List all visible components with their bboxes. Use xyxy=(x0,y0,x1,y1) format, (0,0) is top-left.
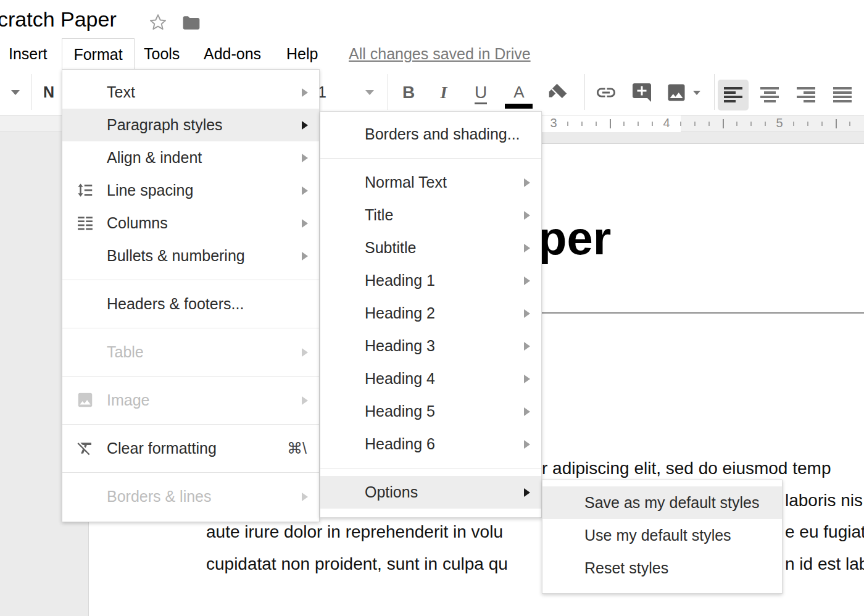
body-text-line: cupidatat non proident, sunt in culpa qu xyxy=(206,554,508,575)
italic-button[interactable]: I xyxy=(433,69,454,115)
menu-item-label: Subtitle xyxy=(365,239,416,257)
document-title-text: per xyxy=(538,211,611,265)
title-bar: cratch Paper xyxy=(0,0,864,38)
menu-separator xyxy=(62,376,319,377)
body-text-line: e eu fugiat xyxy=(785,522,864,543)
star-outline-icon[interactable] xyxy=(148,12,168,32)
toolbar-separator xyxy=(714,74,715,110)
menu-item-label: Save as my default styles xyxy=(584,494,759,512)
menu-separator xyxy=(62,472,319,473)
insert-image-caret-icon[interactable] xyxy=(693,91,700,95)
menu-item-label: Heading 5 xyxy=(365,402,435,420)
menu-item-use-my-default-styles[interactable]: Use my default styles xyxy=(542,519,782,552)
menu-insert[interactable]: Insert xyxy=(9,38,48,69)
menu-format[interactable]: Format xyxy=(62,38,135,70)
ruler-tick xyxy=(638,122,639,126)
menu-item-label: Normal Text xyxy=(365,173,447,191)
paragraph-style-selector[interactable]: N xyxy=(38,69,59,115)
submenu-arrow-icon xyxy=(524,407,530,416)
menu-item-save-as-my-default-styles[interactable]: Save as my default styles xyxy=(542,486,782,519)
submenu-arrow-icon xyxy=(524,440,530,449)
submenu-arrow-icon xyxy=(524,211,530,220)
submenu-arrow-icon xyxy=(524,375,530,383)
google-docs-app: per r adipiscing elit, sed do eiusmod te… xyxy=(0,0,864,616)
paint-format-icon[interactable] xyxy=(547,81,569,104)
menu-item-align-indent[interactable]: Align & indent xyxy=(62,141,319,174)
underline-button[interactable]: U xyxy=(470,69,491,115)
ruler-tick xyxy=(765,122,766,126)
save-status-link[interactable]: All changes saved in Drive xyxy=(349,38,531,69)
menu-help[interactable]: Help xyxy=(286,38,318,69)
menu-item-label: Clear formatting xyxy=(107,439,217,457)
add-comment-icon[interactable] xyxy=(631,81,653,104)
submenu-arrow-icon xyxy=(302,121,308,130)
menu-separator xyxy=(320,468,541,468)
menu-item-subtitle[interactable]: Subtitle xyxy=(320,231,541,264)
submenu-arrow-icon xyxy=(524,277,530,285)
menu-item-label: Bullets & numbering xyxy=(107,247,245,265)
align-center-button[interactable] xyxy=(754,80,785,110)
menu-item-borders-and-shading[interactable]: Borders and shading... xyxy=(320,118,541,151)
document-name[interactable]: cratch Paper xyxy=(0,7,117,31)
align-right-button[interactable] xyxy=(791,80,821,110)
menu-item-normal-text[interactable]: Normal Text xyxy=(320,166,541,199)
menu-item-columns[interactable]: Columns xyxy=(62,207,319,239)
align-justify-button[interactable] xyxy=(827,80,858,110)
ruler-tick xyxy=(581,122,583,126)
menu-item-heading-4[interactable]: Heading 4 xyxy=(320,362,541,395)
menu-item-label: Heading 1 xyxy=(365,272,435,289)
align-left-button[interactable] xyxy=(718,80,749,110)
submenu-arrow-icon xyxy=(302,252,308,260)
menu-item-text[interactable]: Text xyxy=(62,76,319,109)
submenu-arrow-icon xyxy=(302,219,308,228)
bold-button[interactable]: B xyxy=(398,69,419,115)
toolbar-overflow-caret-icon[interactable] xyxy=(11,90,20,95)
menu-item-heading-5[interactable]: Heading 5 xyxy=(320,395,541,428)
ruler-tick xyxy=(836,119,837,128)
menu-item-title[interactable]: Title xyxy=(320,199,541,231)
menu-item-clear-formatting[interactable]: Clear formatting⌘\ xyxy=(62,432,319,465)
menu-item-line-spacing[interactable]: Line spacing xyxy=(62,174,319,207)
submenu-arrow-icon xyxy=(524,342,530,351)
submenu-arrow-icon xyxy=(302,186,308,195)
insert-link-icon[interactable] xyxy=(595,81,617,104)
menu-item-label: Columns xyxy=(107,214,168,232)
menu-item-headers-footers[interactable]: Headers & footers... xyxy=(62,288,319,320)
font-size-caret-icon[interactable] xyxy=(365,90,374,95)
menu-item-paragraph-styles[interactable]: Paragraph styles xyxy=(62,109,319,141)
ruler-tick xyxy=(750,122,752,126)
menu-item-options[interactable]: Options xyxy=(320,476,541,509)
menu-item-heading-3[interactable]: Heading 3 xyxy=(320,330,541,362)
submenu-arrow-icon xyxy=(302,348,308,357)
menu-tools[interactable]: Tools xyxy=(144,38,180,69)
menu-item-table: Table xyxy=(62,336,319,368)
menu-item-heading-1[interactable]: Heading 1 xyxy=(320,264,541,297)
menu-item-label: Paragraph styles xyxy=(107,116,223,134)
ruler-tick xyxy=(623,122,625,126)
menu-item-bullets-numbering[interactable]: Bullets & numbering xyxy=(62,239,319,272)
ruler-tick xyxy=(793,122,794,126)
ruler-tick xyxy=(694,122,696,126)
submenu-arrow-icon xyxy=(302,154,308,162)
keyboard-shortcut: ⌘\ xyxy=(287,439,307,457)
menu-item-label: Heading 6 xyxy=(365,435,435,453)
menu-item-heading-2[interactable]: Heading 2 xyxy=(320,297,541,330)
ruler-inch-number: 5 xyxy=(776,116,783,130)
submenu-arrow-icon xyxy=(524,488,530,497)
menu-separator xyxy=(62,280,319,280)
ruler-tick xyxy=(567,122,568,126)
menu-item-label: Line spacing xyxy=(107,181,193,199)
body-text-line: laboris nis xyxy=(785,490,863,511)
insert-image-icon[interactable] xyxy=(665,81,687,104)
menu-item-label: Table xyxy=(107,343,144,361)
menu-item-label: Heading 2 xyxy=(365,304,435,322)
ruler-inch-number: 3 xyxy=(550,116,557,130)
ruler-tick xyxy=(849,122,850,126)
options-submenu: Save as my default stylesUse my default … xyxy=(542,480,783,594)
menu-item-reset-styles[interactable]: Reset styles xyxy=(542,552,782,585)
menu-add-ons[interactable]: Add-ons xyxy=(204,38,261,69)
menu-item-borders-lines: Borders & lines xyxy=(62,480,319,513)
menu-item-label: Text xyxy=(107,83,135,101)
menu-item-heading-6[interactable]: Heading 6 xyxy=(320,428,541,460)
folder-icon[interactable] xyxy=(181,13,201,33)
